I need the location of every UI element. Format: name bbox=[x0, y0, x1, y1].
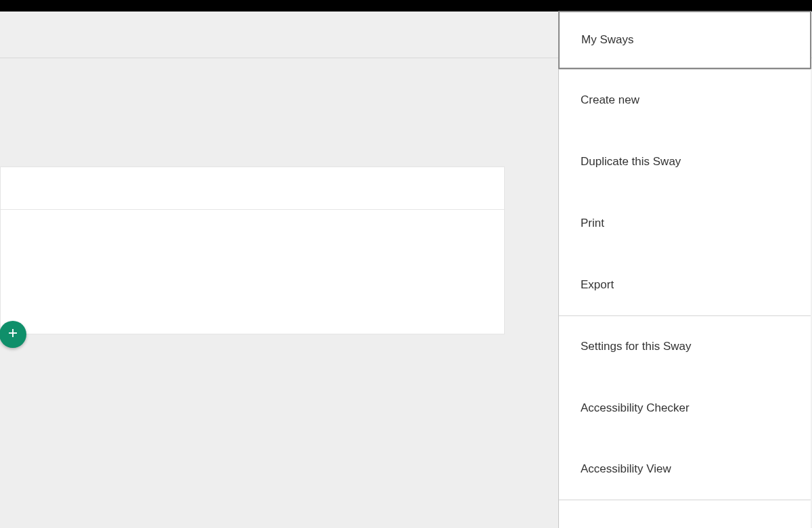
menu-item-label: Settings for this Sway bbox=[581, 340, 691, 353]
menu-item-label: Create new bbox=[581, 93, 639, 107]
title-card[interactable]: y bbox=[0, 167, 505, 334]
menu-item-label: Accessibility Checker bbox=[581, 401, 690, 415]
add-content-button[interactable] bbox=[0, 321, 26, 348]
more-options-menu: My Sways Create new Duplicate this Sway … bbox=[558, 12, 811, 528]
menu-item-label: My Sways bbox=[581, 33, 633, 47]
menu-item-duplicate[interactable]: Duplicate this Sway bbox=[559, 131, 811, 192]
plus-icon bbox=[7, 327, 19, 342]
window-top-bar bbox=[0, 0, 812, 12]
menu-item-export[interactable]: Export bbox=[559, 254, 811, 315]
menu-item-my-sways[interactable]: My Sways bbox=[558, 11, 811, 69]
title-card-body[interactable]: y bbox=[1, 210, 504, 334]
menu-item-label: Print bbox=[581, 217, 604, 230]
menu-item-label: Duplicate this Sway bbox=[581, 155, 681, 169]
menu-item-accessibility-checker[interactable]: Accessibility Checker bbox=[559, 377, 811, 439]
menu-item-create-new[interactable]: Create new bbox=[559, 69, 811, 131]
title-card-header[interactable] bbox=[1, 167, 504, 210]
menu-item-print[interactable]: Print bbox=[559, 192, 811, 254]
menu-item-accessibility-view[interactable]: Accessibility View bbox=[559, 439, 811, 500]
menu-item-settings[interactable]: Settings for this Sway bbox=[559, 315, 811, 377]
menu-item-label: Export bbox=[581, 278, 614, 292]
menu-item-label: Accessibility View bbox=[581, 462, 671, 476]
editor-canvas: y bbox=[0, 58, 558, 528]
